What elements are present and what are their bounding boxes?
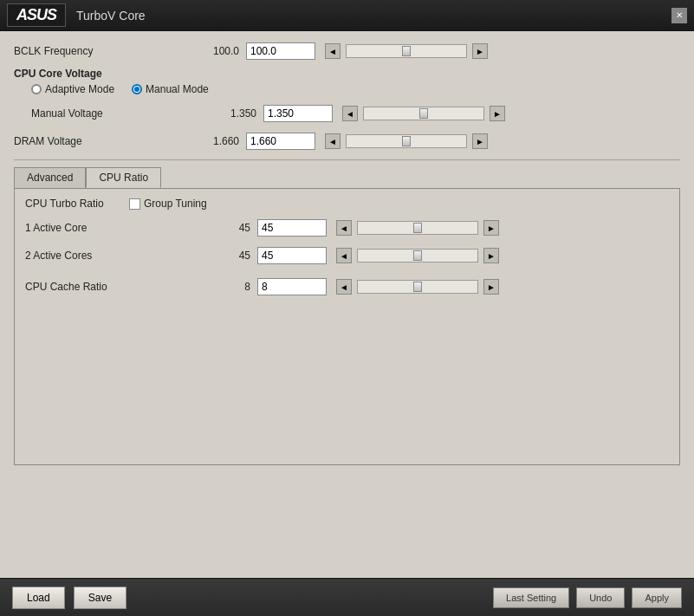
- active-cores-2-left-arrow[interactable]: ◄: [336, 248, 352, 263]
- main-content: BCLK Frequency 100.0 ◄ ► CPU Core Voltag…: [0, 31, 694, 578]
- dram-voltage-label: DRAM Voltage: [14, 135, 187, 147]
- manual-voltage-slider-track[interactable]: [363, 107, 484, 120]
- cpu-cache-ratio-input[interactable]: [257, 278, 327, 295]
- cpu-cache-ratio-label: CPU Cache Ratio: [25, 281, 198, 293]
- cpu-cache-ratio-right-arrow[interactable]: ►: [483, 279, 499, 295]
- active-core-1-row: 1 Active Core 45 ◄ ►: [25, 217, 669, 239]
- cpu-cache-ratio-slider-track[interactable]: [357, 280, 478, 294]
- bclk-value: 100.0: [187, 45, 239, 57]
- apply-button[interactable]: Apply: [632, 587, 682, 608]
- voltage-mode-group: Adaptive Mode Manual Mode: [31, 83, 680, 95]
- active-cores-2-slider-track[interactable]: [357, 249, 478, 263]
- group-tuning-checkbox[interactable]: [129, 198, 140, 210]
- cpu-core-voltage-label: CPU Core Voltage: [14, 68, 680, 80]
- adaptive-mode-circle: [31, 84, 42, 94]
- manual-voltage-label: Manual Voltage: [31, 107, 204, 120]
- cpu-cache-ratio-slider-thumb: [413, 282, 422, 292]
- tab-panel: CPU Turbo Ratio Group Tuning 1 Active Co…: [14, 188, 680, 465]
- cpu-turbo-ratio-label: CPU Turbo Ratio: [25, 198, 129, 210]
- manual-voltage-right-arrow[interactable]: ►: [490, 106, 505, 121]
- bclk-input[interactable]: [246, 42, 315, 60]
- active-cores-2-value: 45: [198, 250, 250, 262]
- active-cores-2-slider-thumb: [413, 250, 422, 261]
- last-setting-button[interactable]: Last Setting: [493, 587, 569, 608]
- window-title: TurboV Core: [76, 9, 146, 23]
- active-core-1-right-arrow[interactable]: ►: [483, 220, 499, 236]
- active-cores-2-row: 2 Active Cores 45 ◄ ►: [25, 244, 669, 267]
- active-cores-2-input[interactable]: [257, 247, 327, 264]
- manual-voltage-input[interactable]: [263, 105, 333, 122]
- active-core-1-value: 45: [198, 222, 250, 234]
- bclk-label: BCLK Frequency: [14, 45, 187, 57]
- group-tuning-label: Group Tuning: [144, 198, 207, 210]
- group-tuning-checkbox-item[interactable]: Group Tuning: [129, 198, 207, 210]
- bclk-slider-thumb: [402, 46, 411, 56]
- bclk-row: BCLK Frequency 100.0 ◄ ►: [14, 40, 680, 62]
- active-cores-2-right-arrow[interactable]: ►: [483, 248, 499, 263]
- cpu-cache-ratio-row: CPU Cache Ratio 8 ◄ ►: [25, 276, 669, 298]
- manual-voltage-value: 1.350: [204, 107, 256, 120]
- dram-voltage-left-arrow[interactable]: ◄: [325, 133, 341, 149]
- dram-voltage-slider-thumb: [402, 136, 411, 146]
- adaptive-mode-label: Adaptive Mode: [45, 83, 114, 95]
- cpu-core-voltage-section: CPU Core Voltage Adaptive Mode Manual Mo…: [14, 68, 680, 125]
- asus-logo: ASUS: [7, 3, 66, 27]
- load-button[interactable]: Load: [12, 587, 65, 609]
- cpu-cache-ratio-value: 8: [198, 281, 250, 293]
- dram-voltage-right-arrow[interactable]: ►: [472, 133, 488, 149]
- save-button[interactable]: Save: [74, 587, 126, 609]
- tabs-container: Advanced CPU Ratio: [14, 167, 680, 188]
- bclk-right-arrow[interactable]: ►: [472, 43, 488, 59]
- bottom-bar: Load Save Last Setting Undo Apply: [0, 578, 694, 616]
- tab-advanced[interactable]: Advanced: [14, 167, 86, 188]
- dram-voltage-input[interactable]: [246, 133, 315, 150]
- dram-voltage-value: 1.660: [187, 135, 239, 147]
- tab-cpu-ratio[interactable]: CPU Ratio: [86, 167, 161, 188]
- dram-voltage-row: DRAM Voltage 1.660 ◄ ►: [14, 130, 680, 152]
- undo-button[interactable]: Undo: [576, 587, 625, 608]
- manual-voltage-slider-thumb: [419, 108, 428, 119]
- bclk-slider-track[interactable]: [346, 44, 467, 58]
- adaptive-mode-radio[interactable]: Adaptive Mode: [31, 83, 114, 95]
- active-core-1-input[interactable]: [257, 219, 327, 237]
- manual-mode-label: Manual Mode: [146, 83, 209, 95]
- bclk-left-arrow[interactable]: ◄: [325, 43, 341, 59]
- active-core-1-slider-track[interactable]: [357, 221, 478, 235]
- active-core-1-left-arrow[interactable]: ◄: [336, 220, 352, 236]
- group-tuning-row: CPU Turbo Ratio Group Tuning: [25, 198, 669, 210]
- active-cores-2-label: 2 Active Cores: [25, 250, 198, 262]
- active-core-1-slider-thumb: [413, 223, 422, 233]
- main-divider: [14, 159, 680, 160]
- title-bar: ASUS TurboV Core ✕: [0, 0, 694, 31]
- manual-voltage-left-arrow[interactable]: ◄: [342, 106, 358, 121]
- manual-mode-circle: [132, 84, 142, 94]
- active-core-1-label: 1 Active Core: [25, 222, 198, 234]
- bottom-right-buttons: Last Setting Undo Apply: [493, 587, 682, 608]
- close-button[interactable]: ✕: [671, 8, 687, 23]
- cpu-cache-ratio-left-arrow[interactable]: ◄: [336, 279, 352, 295]
- manual-voltage-row: Manual Voltage 1.350 ◄ ►: [31, 102, 680, 125]
- manual-mode-radio[interactable]: Manual Mode: [132, 83, 209, 95]
- dram-voltage-slider-track[interactable]: [346, 134, 467, 148]
